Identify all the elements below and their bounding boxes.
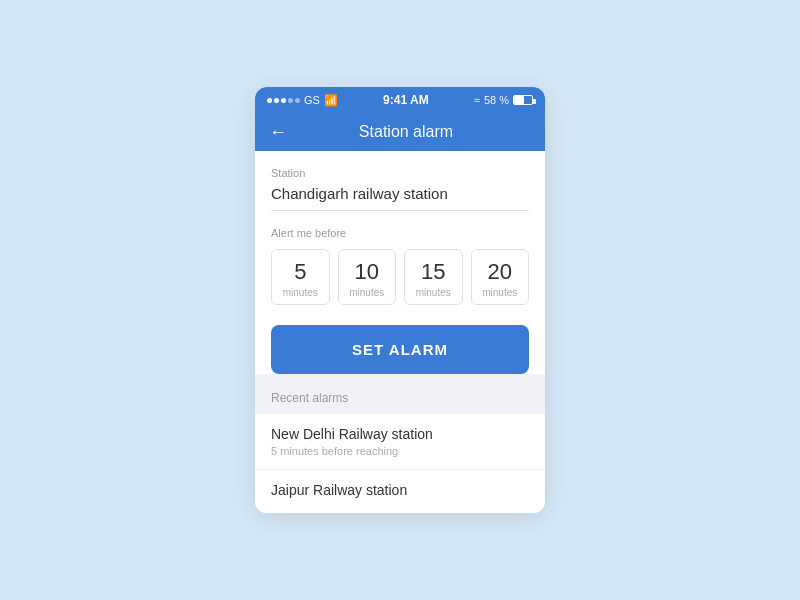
battery-icon (513, 95, 533, 105)
wifi-signal-icon: ≈ (474, 94, 480, 106)
time-number-20: 20 (476, 260, 525, 284)
alarm-item-name-1: Jaipur Railway station (271, 482, 529, 498)
time-unit-10: minutes (343, 287, 392, 298)
status-right: ≈ 58 % (474, 94, 533, 106)
alarm-list: New Delhi Railway station 5 minutes befo… (255, 414, 545, 513)
time-option-15[interactable]: 15 minutes (404, 249, 463, 304)
alarm-item-sub-0: 5 minutes before reaching (271, 445, 529, 457)
nav-bar: ← Station alarm (255, 113, 545, 151)
main-content: Station Chandigarh railway station Alert… (255, 151, 545, 373)
alarm-item-name-0: New Delhi Railway station (271, 426, 529, 442)
battery-fill (514, 96, 524, 104)
set-alarm-button[interactable]: SET ALARM (271, 325, 529, 374)
station-name: Chandigarh railway station (271, 185, 529, 211)
time-options: 5 minutes 10 minutes 15 minutes 20 minut… (271, 249, 529, 304)
time-display: 9:41 AM (383, 93, 429, 107)
time-number-10: 10 (343, 260, 392, 284)
time-option-10[interactable]: 10 minutes (338, 249, 397, 304)
time-unit-15: minutes (409, 287, 458, 298)
recent-label: Recent alarms (271, 391, 348, 405)
time-unit-5: minutes (276, 287, 325, 298)
signal-dots (267, 98, 300, 103)
time-option-20[interactable]: 20 minutes (471, 249, 530, 304)
divider-section: Recent alarms (255, 374, 545, 414)
wifi-icon: 📶 (324, 94, 338, 107)
alarm-item-0[interactable]: New Delhi Railway station 5 minutes befo… (255, 414, 545, 470)
alert-label: Alert me before (271, 227, 529, 239)
status-left: GS 📶 (267, 94, 338, 107)
time-option-5[interactable]: 5 minutes (271, 249, 330, 304)
time-number-15: 15 (409, 260, 458, 284)
back-button[interactable]: ← (269, 123, 287, 141)
station-field-label: Station (271, 167, 529, 179)
phone-frame: GS 📶 9:41 AM ≈ 58 % ← Station alarm Stat… (255, 87, 545, 512)
time-number-5: 5 (276, 260, 325, 284)
battery-label: 58 % (484, 94, 509, 106)
time-unit-20: minutes (476, 287, 525, 298)
nav-title: Station alarm (299, 123, 531, 141)
alarm-item-1[interactable]: Jaipur Railway station (255, 470, 545, 513)
carrier-label: GS (304, 94, 320, 106)
status-bar: GS 📶 9:41 AM ≈ 58 % (255, 87, 545, 113)
